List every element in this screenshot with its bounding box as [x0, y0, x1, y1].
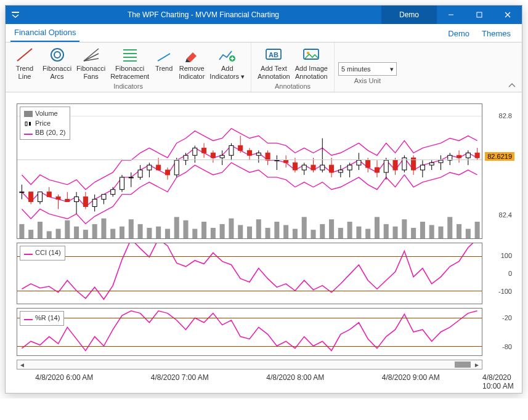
scroll-thumb[interactable]	[455, 361, 471, 368]
svg-rect-77	[475, 222, 480, 238]
svg-rect-145	[320, 165, 325, 170]
image-annotation-icon	[301, 46, 321, 63]
svg-rect-32	[65, 220, 70, 238]
candlestick-icon	[24, 120, 33, 126]
backstage-demo-tab[interactable]: Demo	[381, 6, 437, 24]
cci-plot[interactable]: CCI (14)	[17, 243, 482, 304]
add-image-annotation-label: Add Image Annotation	[295, 65, 328, 80]
remove-indicator-button[interactable]: Remove Indicator	[176, 45, 207, 81]
remove-indicator-label: Remove Indicator	[179, 65, 205, 80]
fibonacci-arcs-button[interactable]: Fibonacci Arcs	[40, 45, 74, 81]
minimize-button[interactable]	[437, 6, 465, 24]
svg-rect-57	[293, 229, 298, 238]
quick-access-dropdown[interactable]	[6, 6, 25, 24]
main-legend: Volume Price BB (20, 2)	[20, 107, 70, 140]
ribbon-collapse-button[interactable]	[508, 82, 516, 89]
add-indicators-label: Add Indicators	[209, 65, 239, 80]
svg-rect-36	[101, 219, 106, 238]
axis-unit-select[interactable]: 5 minutes ▾	[338, 62, 397, 76]
add-indicators-button[interactable]: Add Indicators ▾	[207, 45, 247, 81]
svg-rect-67	[384, 224, 389, 238]
trend-line-button[interactable]: Trend Line	[9, 45, 40, 81]
svg-rect-49	[220, 224, 225, 238]
add-image-annotation-button[interactable]: Add Image Annotation	[293, 45, 330, 81]
link-themes[interactable]: Themes	[476, 25, 517, 42]
svg-rect-63	[347, 222, 352, 238]
fibonacci-retracement-icon	[120, 46, 140, 63]
x-axis-row: 4/8/2020 6:00 AM4/8/2020 7:00 AM4/8/2020…	[17, 373, 514, 384]
link-demo[interactable]: Demo	[442, 25, 476, 42]
svg-rect-66	[375, 217, 380, 239]
svg-rect-95	[92, 200, 97, 207]
fibonacci-fans-label: Fibonacci Fans	[76, 65, 105, 80]
price-plot[interactable]: Volume Price BB (20, 2)	[17, 103, 482, 239]
y-tick-label: 0	[508, 270, 512, 277]
maximize-button[interactable]	[465, 6, 493, 24]
svg-rect-137	[284, 160, 288, 163]
add-text-annotation-button[interactable]: AB Add Text Annotation	[255, 45, 293, 81]
r-legend: %R (14)	[20, 311, 64, 325]
y-tick-label: -100	[498, 288, 512, 295]
svg-rect-87	[56, 197, 60, 200]
svg-rect-39	[129, 219, 134, 238]
svg-rect-79	[20, 192, 24, 193]
svg-rect-141	[302, 165, 306, 170]
svg-rect-177	[466, 153, 470, 158]
svg-rect-45	[183, 220, 188, 238]
svg-rect-27	[19, 224, 24, 238]
trend-icon	[154, 46, 174, 63]
svg-rect-147	[330, 165, 334, 172]
y-tick-label: -20	[502, 314, 512, 321]
axis-unit-value: 5 minutes	[341, 65, 371, 73]
close-button[interactable]	[493, 6, 522, 24]
svg-rect-91	[75, 197, 79, 202]
app-window: The WPF Charting - MVVM Financial Charti…	[5, 5, 522, 394]
svg-line-15	[158, 54, 170, 61]
current-price-tag: 82.6219	[485, 152, 514, 161]
cci-legend: CCI (14)	[20, 246, 65, 260]
r-y-axis: -20 -80	[482, 308, 514, 356]
cci-chart-svg	[17, 243, 482, 304]
svg-rect-169	[429, 163, 434, 165]
fibonacci-fans-button[interactable]: Fibonacci Fans	[74, 45, 108, 81]
svg-rect-171	[439, 160, 443, 163]
svg-rect-107	[147, 165, 152, 170]
svg-rect-167	[420, 165, 424, 170]
svg-rect-125	[229, 146, 234, 156]
svg-rect-47	[201, 222, 206, 238]
x-tick-label: 4/8/2020 9:00 AM	[382, 373, 440, 382]
svg-rect-89	[65, 200, 70, 202]
svg-rect-30	[47, 232, 52, 239]
svg-rect-52	[247, 227, 252, 238]
legend-r-label: %R (14)	[35, 313, 60, 323]
scroll-track[interactable]	[27, 360, 472, 369]
fibonacci-retracement-button[interactable]: Fibonacci Retracement	[108, 45, 152, 81]
svg-rect-105	[138, 170, 142, 177]
tab-financial-options[interactable]: Financial Options	[10, 24, 79, 42]
y-tick-label: 82.8	[499, 112, 512, 119]
svg-rect-56	[283, 225, 288, 239]
scroll-left-button[interactable]: ◄	[17, 361, 27, 368]
svg-rect-42	[156, 227, 161, 238]
svg-rect-33	[74, 227, 79, 238]
fibonacci-retracement-label: Fibonacci Retracement	[110, 65, 149, 80]
svg-rect-31	[56, 229, 61, 238]
svg-rect-58	[302, 217, 307, 239]
x-tick-label: 4/8/2020 7:00 AM	[151, 373, 209, 382]
trend-button[interactable]: Trend	[152, 45, 176, 74]
r-plot[interactable]: %R (14)	[17, 308, 482, 356]
svg-point-7	[54, 52, 60, 58]
fibonacci-arcs-icon	[47, 46, 67, 63]
horizontal-scrollbar[interactable]: ◄ ►	[17, 360, 482, 370]
svg-rect-113	[174, 160, 179, 175]
svg-text:AB: AB	[269, 51, 278, 59]
svg-rect-34	[83, 230, 88, 238]
chart-host: Volume Price BB (20, 2) 82.8 82.4 82.621…	[6, 92, 522, 393]
svg-rect-123	[220, 156, 224, 158]
svg-rect-133	[266, 153, 270, 161]
svg-rect-69	[402, 219, 407, 238]
scroll-right-button[interactable]: ►	[472, 361, 482, 368]
x-axis: 4/8/2020 6:00 AM4/8/2020 7:00 AM4/8/2020…	[17, 373, 482, 384]
price-pane: Volume Price BB (20, 2) 82.8 82.4 82.621…	[17, 103, 514, 239]
svg-rect-97	[102, 195, 106, 200]
